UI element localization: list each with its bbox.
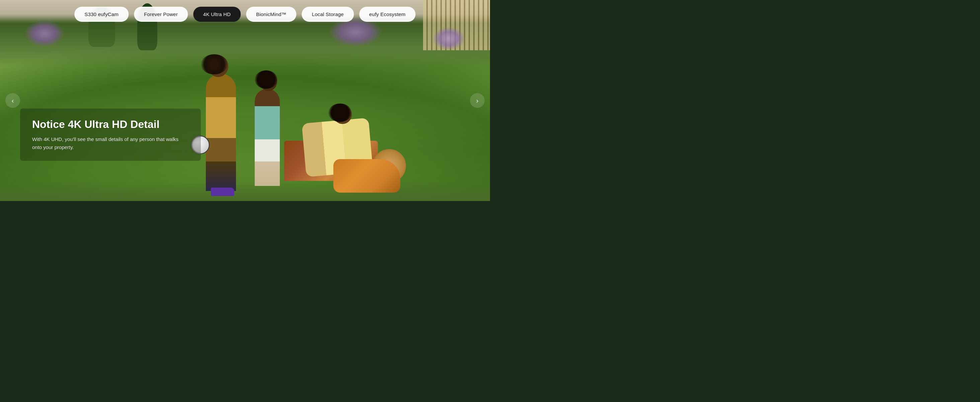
dog [333,159,400,193]
tab-forever-power[interactable]: Forever Power [134,7,188,22]
next-arrow-button[interactable]: › [470,93,485,108]
person-child-1 [206,74,236,191]
lavender-flowers-right [432,27,466,50]
slide-text-overlay: Notice 4K Ultra HD Detail With 4K UHD, y… [20,108,201,161]
hair-adult [328,104,352,122]
tab-local-storage[interactable]: Local Storage [302,7,354,22]
shoes-child-1 [211,188,234,196]
slide-title: Notice 4K Ultra HD Detail [32,118,189,131]
prev-arrow-button[interactable]: ‹ [5,93,20,108]
navigation-tabs: S330 eufyCam Forever Power 4K Ultra HD B… [74,7,415,22]
slide-container: S330 eufyCam Forever Power 4K Ultra HD B… [0,0,490,201]
lavender-flowers-left [24,20,65,47]
hair-child-1 [201,54,228,74]
hair-child-2 [255,70,277,89]
tab-4k-ultra-hd[interactable]: 4K Ultra HD [193,7,241,22]
tab-bionic-mind[interactable]: BionicMind™ [246,7,296,22]
path-area [0,181,490,201]
slide-description: With 4K UHD, you'll see the small detail… [32,136,189,152]
person-child-2 [255,89,280,186]
tab-s330[interactable]: S330 eufyCam [74,7,129,22]
tab-eufy-ecosystem[interactable]: eufy Ecosystem [359,7,416,22]
